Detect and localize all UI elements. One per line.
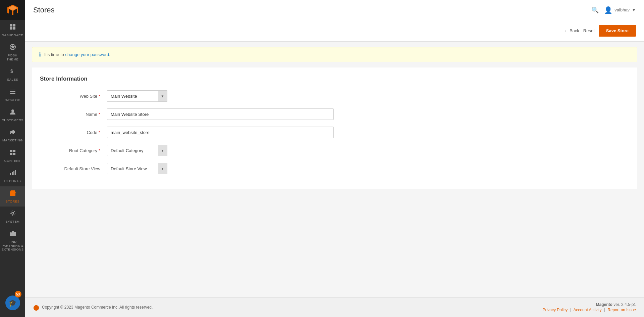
- default-store-view-select-wrapper: Default Store View ▼: [107, 163, 167, 174]
- sidebar-item-catalog[interactable]: CATALOG: [0, 85, 25, 105]
- catalog-icon: [9, 88, 16, 97]
- form-row-root-category: Root Category* Default Category ▼: [32, 145, 334, 156]
- sidebar-item-posh-theme[interactable]: POSH THEME: [0, 40, 25, 64]
- svg-rect-17: [10, 173, 11, 175]
- sidebar-item-content[interactable]: CONTENT: [0, 146, 25, 166]
- name-input[interactable]: [107, 108, 334, 120]
- content-area: ← Back Reset Save Store ℹ It's time to c…: [25, 20, 644, 297]
- svg-rect-15: [10, 153, 12, 155]
- header-right: 🔍 👤 vaibhav ▼: [591, 6, 636, 14]
- website-select-wrapper: Main Website ▼: [107, 90, 167, 102]
- svg-rect-0: [10, 24, 12, 27]
- page-title: Stores: [33, 6, 55, 14]
- action-bar: ← Back Reset Save Store: [25, 20, 644, 42]
- sidebar-item-find-partners[interactable]: FIND PARTNERS & EXTENSIONS: [0, 227, 25, 255]
- search-button[interactable]: 🔍: [591, 6, 599, 14]
- reset-button[interactable]: Reset: [583, 28, 595, 33]
- form-row-default-store-view: Default Store View Default Store View ▼: [32, 163, 334, 174]
- sidebar-item-label-stores: STORES: [6, 199, 20, 203]
- form-section: Store Information Web Site* Main Website…: [32, 67, 637, 189]
- svg-point-10: [11, 109, 14, 112]
- sidebar-item-customers[interactable]: CUSTOMERS: [0, 105, 25, 125]
- form-row-code: Code*: [32, 127, 334, 138]
- svg-point-23: [12, 212, 14, 214]
- svg-text:$: $: [10, 69, 13, 74]
- code-input[interactable]: [107, 127, 334, 138]
- report-issue-link[interactable]: Report an Issue: [607, 308, 636, 312]
- education-icon[interactable]: 🎓: [5, 296, 20, 310]
- reports-icon: [9, 169, 16, 178]
- label-default-store-view: Default Store View: [40, 166, 107, 171]
- sidebar-item-label-reports: REPORTS: [4, 179, 21, 183]
- change-password-link[interactable]: change your password: [65, 52, 109, 57]
- footer-right: Magento ver. 2.4.5-p1 Privacy Policy | A…: [543, 302, 636, 312]
- svg-rect-24: [10, 232, 12, 236]
- sidebar-item-label-marketing: MARKETING: [2, 138, 23, 142]
- svg-rect-22: [12, 194, 14, 196]
- sidebar-item-label-sales: SALES: [7, 78, 18, 81]
- notice-banner: ℹ It's time to change your password.: [32, 47, 637, 62]
- magento-logo[interactable]: [0, 0, 25, 20]
- svg-rect-2: [10, 27, 12, 30]
- svg-rect-13: [10, 150, 12, 152]
- sidebar: DASHBOARDPOSH THEME$SALESCATALOGCUSTOMER…: [0, 0, 25, 317]
- svg-rect-1: [13, 24, 15, 27]
- root-category-select[interactable]: Default Category: [107, 145, 167, 156]
- footer-links: Privacy Policy | Account Activity | Repo…: [543, 308, 636, 312]
- sidebar-item-marketing[interactable]: MARKETING: [0, 125, 25, 145]
- footer: ⬤ Copyright © 2023 Magento Commerce Inc.…: [25, 297, 644, 317]
- sidebar-item-label-customers: CUSTOMERS: [2, 118, 23, 122]
- content-icon: [9, 149, 16, 157]
- user-dropdown-icon: ▼: [632, 7, 636, 12]
- svg-rect-26: [14, 232, 16, 236]
- footer-version: Magento ver. 2.4.5-p1: [543, 302, 636, 307]
- user-menu[interactable]: 👤 vaibhav ▼: [604, 6, 636, 14]
- sidebar-item-sales[interactable]: $SALES: [0, 64, 25, 85]
- system-icon: [9, 210, 16, 218]
- sidebar-item-label-system: SYSTEM: [5, 220, 19, 223]
- svg-rect-3: [13, 27, 15, 30]
- website-select[interactable]: Main Website: [107, 90, 167, 102]
- save-store-button[interactable]: Save Store: [599, 25, 636, 37]
- sidebar-item-dashboard[interactable]: DASHBOARD: [0, 20, 25, 40]
- sidebar-item-label-find-partners: FIND PARTNERS & EXTENSIONS: [1, 240, 23, 251]
- svg-marker-5: [11, 45, 15, 49]
- user-avatar-icon: 👤: [604, 6, 612, 14]
- svg-rect-12: [10, 133, 11, 134]
- required-star-code: *: [99, 130, 100, 135]
- label-code: Code*: [40, 130, 107, 135]
- label-root-category: Root Category*: [40, 148, 107, 153]
- education-badge[interactable]: 🎓 53: [5, 292, 20, 314]
- required-star-root-category: *: [99, 148, 100, 153]
- sales-icon: $: [9, 68, 16, 76]
- sidebar-item-system[interactable]: SYSTEM: [0, 207, 25, 227]
- svg-rect-9: [10, 93, 15, 94]
- footer-left: ⬤ Copyright © 2023 Magento Commerce Inc.…: [33, 304, 153, 311]
- sidebar-item-label-posh-theme: POSH THEME: [2, 53, 23, 61]
- info-icon: ℹ: [39, 51, 41, 58]
- top-header: Stores 🔍 👤 vaibhav ▼: [25, 0, 644, 20]
- svg-rect-18: [12, 172, 13, 175]
- sidebar-item-reports[interactable]: REPORTS: [0, 166, 25, 186]
- root-category-select-wrapper: Default Category ▼: [107, 145, 167, 156]
- account-activity-link[interactable]: Account Activity: [573, 308, 601, 312]
- posh-theme-icon: [9, 44, 16, 52]
- svg-rect-7: [10, 90, 15, 90]
- sidebar-item-stores[interactable]: STORES: [0, 186, 25, 207]
- label-website: Web Site*: [40, 94, 107, 99]
- privacy-policy-link[interactable]: Privacy Policy: [543, 308, 568, 312]
- required-star-website: *: [99, 94, 100, 99]
- back-button[interactable]: ← Back: [564, 28, 579, 33]
- badge-count: 53: [15, 291, 21, 298]
- search-icon: 🔍: [591, 7, 599, 13]
- sidebar-item-label-content: CONTENT: [4, 159, 21, 163]
- default-store-view-select[interactable]: Default Store View: [107, 163, 167, 174]
- svg-rect-14: [13, 150, 15, 152]
- main-content: Stores 🔍 👤 vaibhav ▼ ← Back Reset Save S…: [25, 0, 644, 317]
- footer-logo-icon: ⬤: [33, 304, 39, 311]
- back-arrow-icon: ←: [564, 28, 568, 33]
- svg-rect-19: [13, 171, 14, 175]
- section-title: Store Information: [32, 76, 637, 82]
- svg-rect-8: [10, 91, 15, 92]
- notice-text: It's time to change your password.: [44, 52, 110, 57]
